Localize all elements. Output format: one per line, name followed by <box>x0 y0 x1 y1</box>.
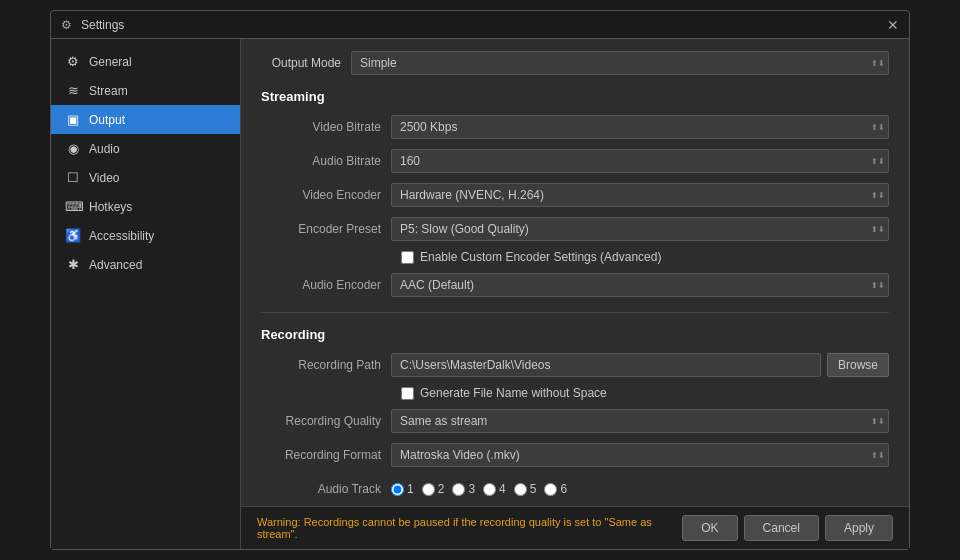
track-radio-4[interactable] <box>483 483 496 496</box>
recording-format-select[interactable]: Matroska Video (.mkv) <box>391 443 889 467</box>
recording-path-label: Recording Path <box>261 358 391 372</box>
track-label-6: 6 <box>560 482 567 496</box>
output-mode-select[interactable]: Simple Advanced <box>351 51 889 75</box>
sidebar-label-video: Video <box>89 171 119 185</box>
audio-encoder-control: AAC (Default) <box>391 273 889 297</box>
track-option-3: 3 <box>452 482 475 496</box>
audio-encoder-row: Audio Encoder AAC (Default) <box>261 272 889 298</box>
stream-icon: ≋ <box>65 83 81 98</box>
ok-button[interactable]: OK <box>682 515 737 541</box>
browse-button[interactable]: Browse <box>827 353 889 377</box>
titlebar: ⚙ Settings ✕ <box>51 11 909 39</box>
sidebar-item-video[interactable]: ☐ Video <box>51 163 240 192</box>
audio-bitrate-label: Audio Bitrate <box>261 154 391 168</box>
recording-path-control: Browse <box>391 353 889 377</box>
hotkeys-icon: ⌨ <box>65 199 81 214</box>
track-radio-1[interactable] <box>391 483 404 496</box>
settings-window-icon: ⚙ <box>61 18 75 32</box>
video-encoder-control: Hardware (NVENC, H.264) <box>391 183 889 207</box>
audio-track-options: 1 2 3 4 <box>391 482 889 496</box>
sidebar-item-general[interactable]: ⚙ General <box>51 47 240 76</box>
track-option-4: 4 <box>483 482 506 496</box>
video-icon: ☐ <box>65 170 81 185</box>
audio-track-row: Audio Track 1 2 <box>261 476 889 502</box>
recording-quality-select[interactable]: Same as stream <box>391 409 889 433</box>
titlebar-left: ⚙ Settings <box>61 18 124 32</box>
audio-bitrate-row: Audio Bitrate 160 <box>261 148 889 174</box>
audio-encoder-select[interactable]: AAC (Default) <box>391 273 889 297</box>
audio-icon: ◉ <box>65 141 81 156</box>
recording-section-header: Recording <box>261 327 889 342</box>
audio-bitrate-select[interactable]: 160 <box>391 149 889 173</box>
warning-text: Warning: Recordings cannot be paused if … <box>257 516 682 540</box>
sidebar-label-advanced: Advanced <box>89 258 142 272</box>
sidebar-label-output: Output <box>89 113 125 127</box>
recording-quality-control: Same as stream <box>391 409 889 433</box>
audio-track-label: Audio Track <box>261 482 391 496</box>
section-divider <box>261 312 889 313</box>
audio-bitrate-control: 160 <box>391 149 889 173</box>
track-option-1: 1 <box>391 482 414 496</box>
output-mode-row: Output Mode Simple Advanced <box>261 51 889 75</box>
track-label-5: 5 <box>530 482 537 496</box>
recording-quality-label: Recording Quality <box>261 414 391 428</box>
titlebar-title: Settings <box>81 18 124 32</box>
sidebar-label-accessibility: Accessibility <box>89 229 154 243</box>
track-radio-2[interactable] <box>422 483 435 496</box>
track-label-2: 2 <box>438 482 445 496</box>
video-bitrate-select[interactable]: 2500 Kbps <box>391 115 889 139</box>
custom-encoder-row: Enable Custom Encoder Settings (Advanced… <box>261 250 889 264</box>
track-radio-3[interactable] <box>452 483 465 496</box>
apply-button[interactable]: Apply <box>825 515 893 541</box>
video-bitrate-label: Video Bitrate <box>261 120 391 134</box>
close-button[interactable]: ✕ <box>887 18 899 32</box>
track-option-6: 6 <box>544 482 567 496</box>
audio-track-control: 1 2 3 4 <box>391 482 889 496</box>
streaming-section-header: Streaming <box>261 89 889 104</box>
sidebar-label-hotkeys: Hotkeys <box>89 200 132 214</box>
sidebar-label-audio: Audio <box>89 142 120 156</box>
encoder-preset-label: Encoder Preset <box>261 222 391 236</box>
encoder-preset-control: P5: Slow (Good Quality) <box>391 217 889 241</box>
video-bitrate-control: 2500 Kbps <box>391 115 889 139</box>
track-label-3: 3 <box>468 482 475 496</box>
output-mode-label: Output Mode <box>261 56 341 70</box>
bottom-bar: Warning: Recordings cannot be paused if … <box>241 506 909 549</box>
video-encoder-label: Video Encoder <box>261 188 391 202</box>
video-encoder-row: Video Encoder Hardware (NVENC, H.264) <box>261 182 889 208</box>
generate-filename-label: Generate File Name without Space <box>420 386 607 400</box>
recording-quality-row: Recording Quality Same as stream <box>261 408 889 434</box>
bottom-buttons: OK Cancel Apply <box>682 515 893 541</box>
recording-path-row: Recording Path Browse <box>261 352 889 378</box>
general-icon: ⚙ <box>65 54 81 69</box>
cancel-button[interactable]: Cancel <box>744 515 819 541</box>
track-option-2: 2 <box>422 482 445 496</box>
main-scroll-area: Output Mode Simple Advanced Streaming Vi… <box>241 39 909 506</box>
recording-format-control: Matroska Video (.mkv) <box>391 443 889 467</box>
sidebar-item-accessibility[interactable]: ♿ Accessibility <box>51 221 240 250</box>
generate-filename-row: Generate File Name without Space <box>261 386 889 400</box>
track-radio-5[interactable] <box>514 483 527 496</box>
sidebar-item-advanced[interactable]: ✱ Advanced <box>51 250 240 279</box>
custom-encoder-label: Enable Custom Encoder Settings (Advanced… <box>420 250 661 264</box>
sidebar-item-audio[interactable]: ◉ Audio <box>51 134 240 163</box>
output-icon: ▣ <box>65 112 81 127</box>
track-radio-6[interactable] <box>544 483 557 496</box>
video-bitrate-row: Video Bitrate 2500 Kbps <box>261 114 889 140</box>
sidebar-item-hotkeys[interactable]: ⌨ Hotkeys <box>51 192 240 221</box>
sidebar-item-output[interactable]: ▣ Output <box>51 105 240 134</box>
settings-window: ⚙ Settings ✕ ⚙ General ≋ Stream ▣ Output… <box>50 10 910 550</box>
audio-encoder-label: Audio Encoder <box>261 278 391 292</box>
recording-format-row: Recording Format Matroska Video (.mkv) <box>261 442 889 468</box>
track-label-1: 1 <box>407 482 414 496</box>
advanced-icon: ✱ <box>65 257 81 272</box>
encoder-preset-row: Encoder Preset P5: Slow (Good Quality) <box>261 216 889 242</box>
sidebar-item-stream[interactable]: ≋ Stream <box>51 76 240 105</box>
video-encoder-select[interactable]: Hardware (NVENC, H.264) <box>391 183 889 207</box>
recording-path-input[interactable] <box>391 353 821 377</box>
custom-encoder-checkbox[interactable] <box>401 251 414 264</box>
track-option-5: 5 <box>514 482 537 496</box>
encoder-preset-select[interactable]: P5: Slow (Good Quality) <box>391 217 889 241</box>
generate-filename-checkbox[interactable] <box>401 387 414 400</box>
track-label-4: 4 <box>499 482 506 496</box>
